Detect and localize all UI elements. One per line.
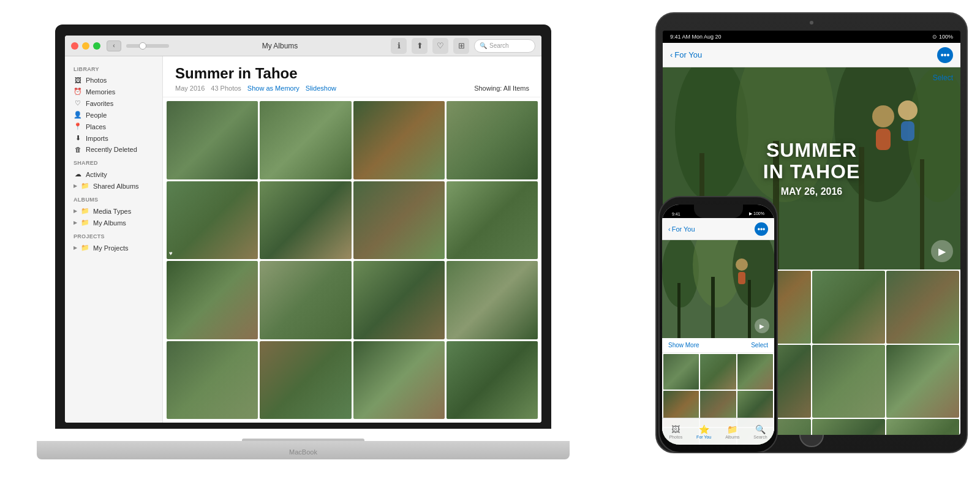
mac-zoom-thumb bbox=[139, 42, 146, 50]
iphone-show-more-button[interactable]: Show More bbox=[668, 342, 699, 349]
svg-rect-12 bbox=[901, 121, 914, 141]
chevron-right-icon3: ▶ bbox=[74, 220, 77, 225]
iphone-more-button[interactable]: ••• bbox=[755, 222, 768, 236]
sidebar-item-my-projects[interactable]: ▶ 📁 My Projects bbox=[65, 242, 162, 254]
cloud-icon: ☁ bbox=[74, 170, 82, 178]
mac-action-button[interactable]: ⊞ bbox=[453, 38, 469, 54]
photo-cell-10[interactable] bbox=[260, 261, 351, 339]
sidebar-item-shared-albums[interactable]: ▶ 📁 Shared Albums bbox=[65, 180, 162, 192]
show-as-memory-link[interactable]: Show as Memory bbox=[247, 85, 300, 92]
album-month: May 2016 bbox=[175, 85, 205, 92]
photo-cell-8[interactable] bbox=[447, 181, 538, 260]
iphone: 9:41 ▶ 100% ‹ For You ••• bbox=[658, 196, 778, 453]
svg-rect-21 bbox=[738, 272, 745, 284]
iphone-tab-for-you[interactable]: ⭐ For You bbox=[696, 424, 711, 439]
mac-zoom-slider[interactable] bbox=[126, 44, 169, 48]
ipad-play-button[interactable]: ▶ bbox=[931, 240, 953, 262]
ipad-grid-cell-3[interactable] bbox=[812, 271, 885, 344]
sidebar-item-people[interactable]: 👤 People bbox=[65, 109, 162, 121]
mac-back-button[interactable]: ‹ bbox=[107, 40, 121, 51]
photo-cell-1[interactable] bbox=[167, 101, 258, 179]
iphone-back-button[interactable]: ‹ For You bbox=[668, 225, 695, 233]
ipad-status-right: ⊙ 100% bbox=[932, 34, 953, 40]
sidebar-item-recently-deleted[interactable]: 🗑 Recently Deleted bbox=[65, 144, 162, 155]
sidebar-activity-label: Activity bbox=[86, 171, 107, 178]
shared-albums-icon: 📁 bbox=[81, 182, 89, 190]
ipad-grid-cell-7[interactable] bbox=[812, 345, 885, 418]
ipad-back-button[interactable]: ‹ For You bbox=[670, 50, 702, 59]
sidebar-my-projects-label: My Projects bbox=[93, 244, 128, 252]
library-section-label: Library bbox=[65, 61, 162, 75]
minimize-button[interactable] bbox=[82, 42, 89, 50]
mac-search-input[interactable]: 🔍 Search bbox=[474, 39, 535, 53]
photo-cell-13[interactable] bbox=[167, 341, 258, 420]
close-button[interactable] bbox=[71, 42, 78, 50]
iphone-search-tab-icon: 🔍 bbox=[755, 424, 766, 434]
favorites-icon: ♡ bbox=[74, 99, 82, 107]
iphone-play-button[interactable]: ▶ bbox=[755, 318, 769, 333]
people-icon: 👤 bbox=[74, 111, 82, 119]
sidebar-media-types-label: Media Types bbox=[93, 208, 131, 215]
my-albums-icon: 📁 bbox=[81, 219, 89, 227]
slideshow-link[interactable]: Slideshow bbox=[306, 85, 336, 92]
macbook: ‹ My Albums ℹ ⬆ ♡ ⊞ 🔍 Search bbox=[37, 24, 570, 459]
ipad-nav-bar: ‹ For You ••• bbox=[663, 43, 960, 67]
photo-cell-5[interactable]: ♥ bbox=[167, 181, 258, 260]
showing-label[interactable]: Showing: All Items bbox=[474, 85, 529, 92]
photo-cell-9[interactable] bbox=[167, 261, 258, 339]
svg-rect-18 bbox=[711, 277, 715, 338]
iphone-actions-bar: Show More Select bbox=[662, 338, 774, 353]
imports-icon: ⬇ bbox=[74, 134, 82, 142]
photo-cell-15[interactable] bbox=[353, 341, 445, 420]
sidebar-item-photos[interactable]: 🖼 Photos bbox=[65, 75, 162, 86]
ipad-grid-cell-11[interactable] bbox=[812, 419, 885, 435]
svg-rect-19 bbox=[748, 280, 751, 338]
sidebar-favorites-label: Favorites bbox=[86, 100, 113, 107]
sidebar-item-media-types[interactable]: ▶ 📁 Media Types bbox=[65, 205, 162, 217]
sidebar-photos-label: Photos bbox=[86, 77, 107, 84]
svg-rect-17 bbox=[677, 283, 680, 338]
projects-section-label: Projects bbox=[65, 228, 162, 242]
photo-cell-14[interactable] bbox=[260, 341, 351, 420]
sidebar-item-favorites[interactable]: ♡ Favorites bbox=[65, 97, 162, 109]
mac-share-button[interactable]: ⬆ bbox=[412, 38, 428, 54]
photo-cell-6[interactable] bbox=[260, 181, 351, 260]
photo-cell-16[interactable] bbox=[447, 341, 538, 420]
svg-point-9 bbox=[872, 105, 894, 127]
sidebar-item-places[interactable]: 📍 Places bbox=[65, 121, 162, 132]
photo-cell-12[interactable] bbox=[447, 261, 538, 339]
iphone-albums-tab-icon: 📁 bbox=[727, 424, 737, 434]
mac-heart-button[interactable]: ♡ bbox=[432, 38, 448, 54]
iphone-tab-search[interactable]: 🔍 Search bbox=[753, 424, 767, 439]
photo-cell-2[interactable] bbox=[260, 101, 351, 179]
iphone-tab-bar: 🖼 Photos ⭐ For You 📁 Albums 🔍 Search bbox=[662, 418, 774, 445]
iphone-grid-cell-1[interactable] bbox=[663, 354, 699, 390]
macbook-label: MacBook bbox=[289, 448, 317, 456]
iphone-tab-photos[interactable]: 🖼 Photos bbox=[669, 424, 682, 439]
ipad-grid-cell-8[interactable] bbox=[886, 345, 959, 418]
ipad-grid-cell-12[interactable] bbox=[886, 419, 959, 435]
sidebar-item-memories[interactable]: ⏰ Memories bbox=[65, 86, 162, 97]
photo-cell-3[interactable] bbox=[353, 101, 445, 179]
iphone-grid-cell-2[interactable] bbox=[700, 354, 736, 390]
photo-cell-4[interactable] bbox=[447, 101, 538, 179]
ipad-status-time: 9:41 AM Mon Aug 20 bbox=[670, 34, 722, 40]
iphone-select-button[interactable]: Select bbox=[751, 342, 768, 349]
ipad-select-button[interactable]: Select bbox=[933, 74, 953, 82]
iphone-tab-albums[interactable]: 📁 Albums bbox=[725, 424, 739, 439]
memories-icon: ⏰ bbox=[74, 88, 82, 96]
sidebar-deleted-label: Recently Deleted bbox=[86, 146, 137, 153]
mac-window-title: My Albums bbox=[169, 42, 391, 50]
mac-content: Library 🖼 Photos ⏰ Memories ♡ Favorites bbox=[65, 56, 541, 423]
mac-info-button[interactable]: ℹ bbox=[391, 38, 407, 54]
ipad-grid-cell-4[interactable] bbox=[886, 271, 959, 344]
sidebar-item-imports[interactable]: ⬇ Imports bbox=[65, 132, 162, 144]
sidebar-item-my-albums[interactable]: ▶ 📁 My Albums bbox=[65, 217, 162, 228]
photo-cell-11[interactable] bbox=[353, 261, 445, 339]
photo-cell-7[interactable] bbox=[353, 181, 445, 260]
maximize-button[interactable] bbox=[93, 42, 100, 50]
sidebar-item-activity[interactable]: ☁ Activity bbox=[65, 168, 162, 180]
ipad-more-button[interactable]: ••• bbox=[937, 47, 953, 63]
iphone-photos-tab-icon: 🖼 bbox=[671, 424, 680, 434]
iphone-grid-cell-3[interactable] bbox=[737, 354, 773, 390]
